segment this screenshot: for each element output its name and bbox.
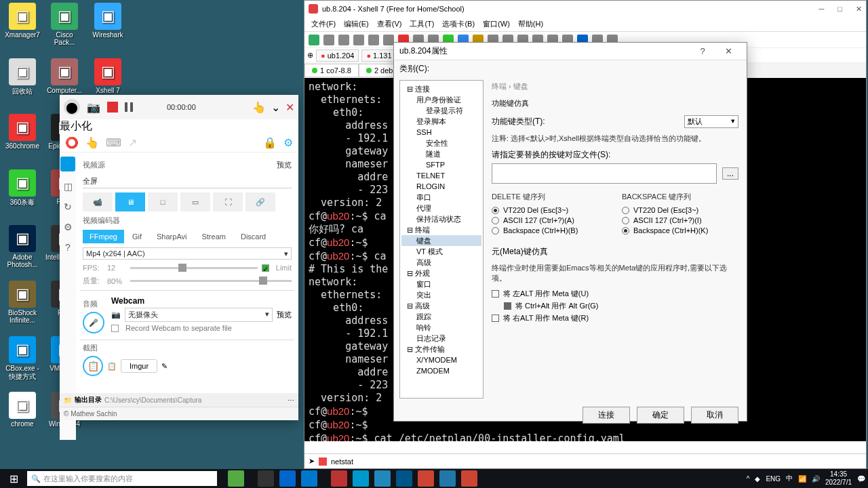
toolbar-icon[interactable] — [323, 35, 334, 45]
encoder-tab[interactable]: SharpAvi — [150, 230, 193, 243]
maximize-button[interactable]: □ — [837, 5, 842, 14]
tray-notify-icon[interactable]: 💬 — [857, 475, 865, 483]
cancel-button[interactable]: 取消 — [691, 407, 738, 424]
tree-node[interactable]: 安全性 — [401, 138, 481, 148]
radio-option[interactable]: Backspace (Ctrl+H)(B) — [492, 226, 608, 235]
tree-node[interactable]: 响铃 — [401, 322, 481, 333]
fps-slider[interactable] — [130, 267, 258, 269]
menu-item[interactable]: 选项卡(B) — [439, 18, 477, 30]
close-icon[interactable]: ✕ — [285, 101, 294, 114]
tree-node[interactable]: 登录提示符 — [401, 105, 481, 116]
tree-node[interactable]: 高级 — [401, 257, 481, 268]
checkbox-option[interactable]: 将 右ALT 用作 Meta 键(R) — [492, 313, 738, 323]
toolbar-icon[interactable] — [353, 35, 364, 45]
gear-icon[interactable]: ⚙ — [283, 136, 293, 149]
tree-node[interactable]: X/YMODEM — [401, 354, 481, 365]
keyboard-icon[interactable]: ⌨ — [106, 136, 121, 149]
imgur-button[interactable]: Imgur — [121, 359, 157, 373]
session-tab[interactable]: ●1.131 — [361, 49, 396, 62]
tree-node[interactable]: 日志记录 — [401, 333, 481, 344]
toolbar-icon[interactable] — [309, 35, 319, 45]
tree-node[interactable]: SFTP — [401, 159, 481, 170]
lock-icon[interactable]: 🔒 — [263, 136, 277, 149]
funckey-type-select[interactable]: 默认 — [684, 115, 738, 128]
add-icon[interactable]: ⊕ — [307, 51, 313, 60]
folder-button[interactable]: 📋 — [107, 362, 117, 371]
taskbar-app[interactable] — [228, 470, 244, 487]
tree-node[interactable]: ⊟ 外观 — [401, 268, 481, 279]
tree-node[interactable]: ZMODEM — [401, 365, 481, 376]
tray-wifi-icon[interactable]: 📶 — [798, 475, 806, 483]
cursor-icon[interactable]: 👆 — [252, 101, 266, 114]
taskbar-app[interactable] — [331, 470, 347, 487]
mode-screen[interactable]: 🖥 — [115, 192, 145, 211]
chevron-down-icon[interactable]: ⌄ — [271, 101, 280, 114]
taskbar-app[interactable] — [353, 470, 369, 487]
sidebar-main[interactable] — [60, 157, 75, 171]
tray-lang[interactable]: ENG — [766, 475, 781, 483]
tray-clock[interactable]: 14:35 2022/7/1 — [825, 470, 852, 487]
tree-node[interactable]: 键盘 — [401, 235, 481, 246]
tree-node[interactable]: 代理 — [401, 203, 481, 214]
settings-icon[interactable]: ⚙ — [64, 222, 73, 232]
dialog-titlebar[interactable]: ub.8.204属性 ? ✕ — [394, 43, 747, 60]
category-tree[interactable]: ⊟ 连接用户身份验证登录提示符登录脚本SSH安全性隧道SFTPTELNETRLO… — [399, 80, 484, 399]
menu-item[interactable]: 工具(T) — [407, 18, 437, 30]
tree-node[interactable]: 保持活动状态 — [401, 214, 481, 224]
radio-option[interactable]: ASCII 127 (Ctrl+?)(I) — [622, 216, 738, 224]
desktop-icon[interactable]: ▣CBox.exe - 快捷方式 — [3, 336, 42, 382]
tree-node[interactable]: VT 模式 — [401, 246, 481, 257]
mode-expand[interactable]: ⛶ — [213, 192, 243, 211]
help-icon[interactable]: ? — [65, 242, 71, 253]
encoder-tab[interactable]: Stream — [195, 230, 232, 243]
taskbar-app[interactable] — [461, 470, 477, 487]
camera-toggle-button[interactable]: ⬤ — [64, 99, 80, 115]
pause-button[interactable] — [125, 102, 133, 112]
minimize-button[interactable]: ─ — [819, 5, 825, 14]
mode-link[interactable]: 🔗 — [245, 192, 275, 211]
close-button[interactable]: ✕ — [715, 46, 741, 56]
desktop-icon[interactable]: ▣回收站 — [3, 58, 42, 96]
encoder-tab[interactable]: FFmpeg — [83, 230, 124, 243]
checkbox-option[interactable]: 将 左ALT 用作 Meta 键(U) — [492, 289, 738, 299]
tree-node[interactable]: 突出 — [401, 289, 481, 300]
desktop-icon[interactable]: ▣chrome — [3, 392, 42, 428]
tray-chevron-icon[interactable]: ^ — [747, 475, 750, 483]
taskbar-app[interactable] — [396, 470, 412, 487]
history-icon[interactable]: ↻ — [64, 201, 72, 212]
output-path[interactable]: C:\Users\cy\Documents\Captura — [104, 396, 201, 404]
tree-node[interactable]: 用户身份验证 — [401, 94, 481, 105]
desktop-icon[interactable]: ▣BioShock Infinite... — [3, 281, 42, 324]
webcam-select[interactable]: 无摄像头 — [125, 308, 273, 322]
tray-app-icon[interactable]: ◆ — [755, 475, 760, 483]
tree-node[interactable]: ⊟ 高级 — [401, 300, 481, 311]
mic-button[interactable]: 🎤 — [83, 312, 104, 333]
webcam-preview-button[interactable]: 预览 — [277, 310, 292, 320]
taskbar-app[interactable] — [439, 470, 456, 487]
crop-icon[interactable]: ◫ — [64, 181, 73, 192]
browse-button[interactable]: ... — [722, 167, 738, 180]
tree-node[interactable]: ⊟ 连接 — [401, 83, 481, 94]
menu-item[interactable]: 查看(V) — [374, 18, 405, 30]
search-input[interactable]: 🔍 在这里输入你要搜索的内容 — [27, 471, 217, 486]
tree-node[interactable]: 隧道 — [401, 148, 481, 159]
webcam-separate-checkbox[interactable] — [111, 325, 119, 332]
menu-item[interactable]: 窗口(W) — [480, 18, 513, 30]
desktop-icon[interactable]: ▣Wireshark — [88, 3, 127, 39]
click-icon[interactable]: 👆 — [85, 136, 99, 149]
tree-node[interactable]: 登录脚本 — [401, 116, 481, 127]
taskbar-app[interactable] — [258, 470, 274, 487]
keyfile-input[interactable] — [492, 163, 717, 184]
xshell-titlebar[interactable]: ub.8.204 - Xshell 7 (Free for Home/Schoo… — [304, 1, 866, 17]
radio-option[interactable]: ASCII 127 (Ctrl+?)(A) — [492, 216, 608, 224]
taskbar-app[interactable] — [279, 470, 296, 487]
limit-checkbox[interactable]: ✓ — [262, 264, 269, 272]
mode-camera[interactable]: 📹 — [83, 192, 113, 211]
toolbar-icon[interactable] — [383, 35, 394, 45]
toolbar-icon[interactable] — [338, 35, 349, 45]
desktop-icon[interactable]: ▣Cisco Pack... — [45, 3, 84, 46]
mode-window[interactable]: □ — [148, 192, 178, 211]
tree-node[interactable]: 跟踪 — [401, 311, 481, 322]
tree-node[interactable]: 窗口 — [401, 279, 481, 289]
connect-button[interactable]: 连接 — [583, 407, 630, 424]
